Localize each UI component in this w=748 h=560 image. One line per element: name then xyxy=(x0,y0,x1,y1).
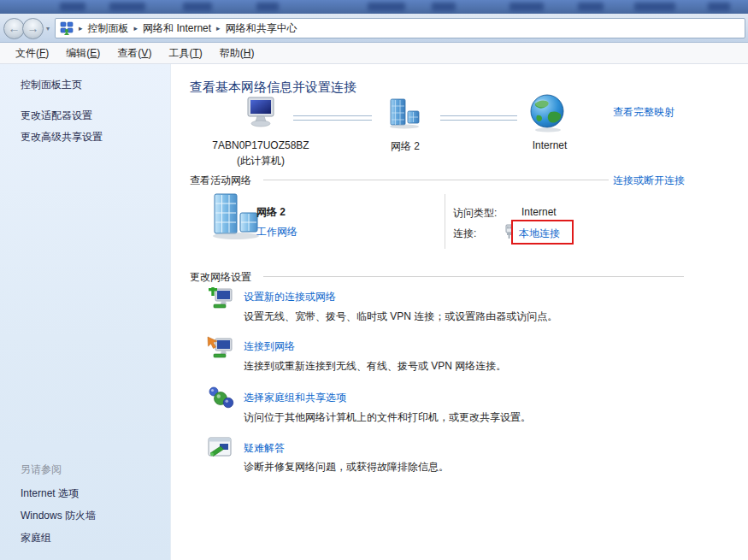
breadcrumb-control-panel[interactable]: 控制面板 xyxy=(88,21,129,36)
access-type-label: 访问类型: xyxy=(453,206,497,221)
breadcrumb-separator-icon: ▸ xyxy=(129,24,144,32)
menu-bar: 文件(F) 编辑(E) 查看(V) 工具(T) 帮助(H) xyxy=(0,43,748,64)
annotation-highlight-box xyxy=(511,220,574,245)
network-sharing-center-icon xyxy=(60,21,74,35)
blurred-text xyxy=(256,3,279,11)
menu-help[interactable]: 帮助(H) xyxy=(211,44,263,63)
sidebar: 控制面板主页 更改适配器设置 更改高级共享设置 另请参阅 Internet 选项… xyxy=(0,64,171,560)
setup-new-connection-icon xyxy=(207,285,234,310)
blurred-text xyxy=(109,3,145,11)
active-network-icon xyxy=(209,192,263,242)
connect-to-network-icon xyxy=(207,334,234,360)
task-homegroup-options-link[interactable]: 选择家庭组和共享选项 xyxy=(244,391,346,405)
active-networks-header: 查看活动网络 xyxy=(190,174,251,188)
forward-arrow-icon: → xyxy=(27,22,39,34)
task-connect-to-network-desc: 连接到或重新连接到无线、有线、拨号或 VPN 网络连接。 xyxy=(244,359,506,374)
connections-label: 连接: xyxy=(453,227,476,241)
navigation-buttons: ← → ▾ xyxy=(3,17,50,39)
window-titlebar xyxy=(0,0,748,14)
blurred-text xyxy=(60,3,85,11)
internet-globe-icon xyxy=(528,93,568,133)
task-homegroup-options-desc: 访问位于其他网络计算机上的文件和打印机，或更改共享设置。 xyxy=(244,410,531,425)
menu-tools[interactable]: 工具(T) xyxy=(160,44,210,63)
sidebar-item-windows-firewall[interactable]: Windows 防火墙 xyxy=(21,509,96,523)
map-network-name: 网络 2 xyxy=(371,139,439,154)
sidebar-item-change-adapter-settings[interactable]: 更改适配器设置 xyxy=(21,109,92,123)
page-title: 查看基本网络信息并设置连接 xyxy=(190,80,356,96)
map-computer-name: 7ABN0P17UOZ58BZ xyxy=(180,139,342,151)
menu-view[interactable]: 查看(V) xyxy=(109,44,160,63)
blurred-text xyxy=(578,3,604,11)
map-connection-line xyxy=(440,115,517,121)
menu-edit[interactable]: 编辑(E) xyxy=(57,44,109,63)
task-troubleshoot-link[interactable]: 疑难解答 xyxy=(244,441,285,456)
sidebar-item-change-advanced-sharing[interactable]: 更改高级共享设置 xyxy=(21,130,103,144)
sidebar-item-homegroup[interactable]: 家庭组 xyxy=(21,531,51,545)
network-type-link[interactable]: 工作网络 xyxy=(256,225,297,239)
troubleshoot-icon xyxy=(207,435,233,459)
blurred-text xyxy=(183,3,212,11)
blurred-text xyxy=(368,3,405,11)
main-content: 查看基本网络信息并设置连接 查看完整映射 xyxy=(171,64,748,560)
task-setup-new-connection-desc: 设置无线、宽带、拨号、临时或 VPN 连接；或设置路由器或访问点。 xyxy=(244,309,557,324)
blurred-text xyxy=(509,3,544,11)
menu-file[interactable]: 文件(F) xyxy=(7,44,57,63)
back-arrow-icon: ← xyxy=(9,22,21,34)
section-divider xyxy=(263,180,609,180)
breadcrumb-separator-icon: ▸ xyxy=(74,24,88,32)
address-breadcrumb-bar[interactable]: ▸ 控制面板 ▸ 网络和 Internet ▸ 网络和共享中心 xyxy=(55,18,745,38)
settings-section-header: 更改网络设置 xyxy=(190,270,251,285)
connect-disconnect-link[interactable]: 连接或断开连接 xyxy=(613,174,685,188)
task-connect-to-network-link[interactable]: 连接到网络 xyxy=(244,339,295,354)
blurred-text xyxy=(432,3,456,11)
sidebar-see-also-header: 另请参阅 xyxy=(21,463,62,477)
active-network-divider xyxy=(445,194,445,249)
task-troubleshoot-desc: 诊断并修复网络问题，或获得故障排除信息。 xyxy=(244,460,449,475)
map-internet-label: Internet xyxy=(513,139,586,151)
breadcrumb-separator-icon: ▸ xyxy=(211,24,226,32)
section-divider xyxy=(263,276,684,277)
blurred-text xyxy=(708,3,730,11)
task-setup-new-connection-link[interactable]: 设置新的连接或网络 xyxy=(244,290,336,304)
map-connection-line xyxy=(293,115,372,121)
recent-pages-dropdown[interactable]: ▾ xyxy=(46,25,50,32)
homegroup-sharing-icon xyxy=(207,385,234,410)
sidebar-item-control-panel-home[interactable]: 控制面板主页 xyxy=(21,78,82,92)
see-full-map-link[interactable]: 查看完整映射 xyxy=(613,105,674,120)
access-type-value: Internet xyxy=(521,206,557,218)
blurred-text xyxy=(634,3,675,11)
active-network-name: 网络 2 xyxy=(256,205,286,220)
breadcrumb-network-internet[interactable]: 网络和 Internet xyxy=(143,21,211,36)
forward-button[interactable]: → xyxy=(22,18,44,39)
map-computer-subtitle: (此计算机) xyxy=(180,154,342,168)
breadcrumb-network-sharing-center[interactable]: 网络和共享中心 xyxy=(226,21,297,36)
network-icon xyxy=(386,98,424,129)
computer-icon xyxy=(243,97,277,129)
sidebar-item-internet-options[interactable]: Internet 选项 xyxy=(21,486,79,501)
address-bar-row: ← → ▾ ▸ 控制面板 ▸ 网络和 Internet ▸ 网络和共享中心 xyxy=(0,14,748,43)
